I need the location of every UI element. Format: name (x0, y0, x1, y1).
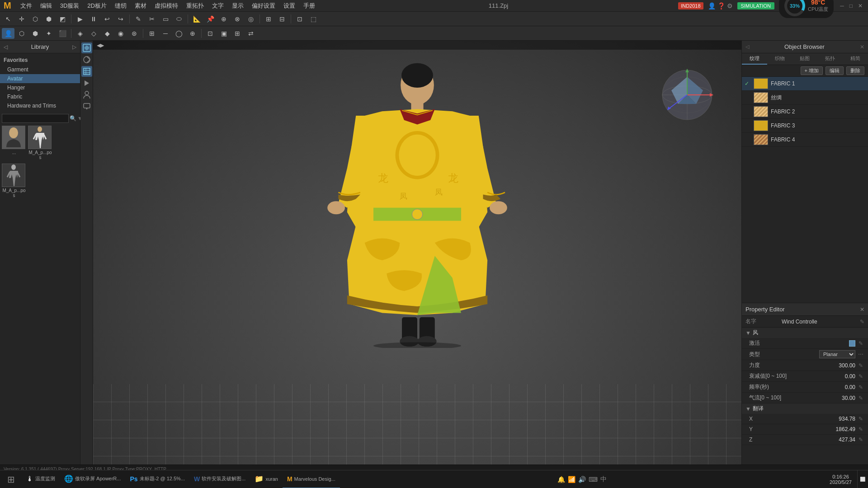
tool-select[interactable]: ↖ (2, 14, 14, 24)
taskbar-folder[interactable]: 📁 xuran (250, 470, 283, 488)
menu-sewing[interactable]: 缝纫 (111, 1, 130, 11)
lib-item-hanger[interactable]: Hanger (0, 83, 80, 92)
taskbar-marvelous[interactable]: M Marvelous Desig... (283, 470, 340, 488)
tool2-6[interactable]: ◉ (114, 28, 127, 39)
win-maximize[interactable]: □ (848, 3, 854, 9)
tool-sim-play[interactable]: ▶ (74, 14, 86, 24)
menu-retopo[interactable]: 重拓扑 (183, 1, 208, 11)
prop-edit-name-icon[interactable]: ✎ (860, 319, 864, 325)
prop-decay-edit[interactable]: ✎ (857, 373, 864, 380)
taskbar-word[interactable]: W 软件安装及破解图... (189, 470, 250, 488)
simulation-badge[interactable]: SIMULATION (737, 2, 774, 9)
tool2-expand[interactable]: ⊡ (204, 28, 217, 39)
obj-browser-close[interactable]: ✕ (860, 44, 864, 50)
tool-weld[interactable]: ⊗ (231, 14, 244, 24)
thumb-figure1[interactable]: M_A_p...pos (28, 126, 52, 160)
start-button[interactable]: ⊞ (0, 470, 22, 488)
prop-y-edit[interactable]: ✎ (857, 426, 864, 433)
tool-ellipse[interactable]: ⬭ (173, 14, 185, 24)
delete-fabric-button[interactable]: 删除 (846, 66, 864, 75)
tool2-line[interactable]: ─ (159, 28, 172, 39)
fabric-item-silk[interactable]: 丝绸 (742, 91, 868, 105)
lib-item-hardware[interactable]: Hardware and Trims (0, 101, 80, 110)
tool-move[interactable]: ✛ (15, 14, 28, 24)
viewport[interactable]: ◀▶ (93, 41, 741, 474)
tool-measure[interactable]: 📐 (190, 14, 203, 24)
tool2-5[interactable]: ⬛ (56, 28, 69, 39)
prop-type-select[interactable]: Planar (819, 350, 855, 358)
tool-sew[interactable]: ⊕ (217, 14, 230, 24)
task-clock[interactable]: 0:16:26 2020/5/27 (824, 474, 857, 485)
side-annotation[interactable] (81, 101, 92, 112)
edit-fabric-button[interactable]: 编辑 (826, 66, 844, 75)
side-texture[interactable] (81, 66, 92, 77)
tab-topo[interactable]: 拓扑 (817, 53, 843, 65)
search-input[interactable] (2, 114, 69, 123)
tool-cam-persp[interactable]: ⬚ (307, 14, 320, 24)
menu-3d[interactable]: 3D服装 (57, 1, 83, 11)
fabric-item-1[interactable]: ✓ FABRIC 1 (742, 77, 868, 91)
menu-display[interactable]: 显示 (228, 1, 247, 11)
prop-x-edit[interactable]: ✎ (857, 415, 864, 422)
icon-help[interactable]: ❓ (717, 2, 725, 9)
menu-material[interactable]: 素材 (131, 1, 150, 11)
thumb-figure2[interactable]: M_A_p...pos (2, 164, 26, 198)
tool-scissors[interactable]: ✂ (146, 14, 158, 24)
menu-manual[interactable]: 手册 (300, 1, 319, 11)
tool2-1[interactable]: 👤 (2, 28, 14, 39)
prop-freq-edit[interactable]: ✎ (857, 384, 864, 391)
lib-item-avatar[interactable]: Avatar (0, 74, 80, 83)
menu-edit[interactable]: 编辑 (37, 1, 56, 11)
tool-4[interactable]: ◩ (56, 14, 69, 24)
wind-section-header[interactable]: ▼ 风 (742, 328, 868, 338)
side-simulation[interactable] (81, 78, 92, 89)
menu-text[interactable]: 文字 (208, 1, 227, 11)
prop-airflow-edit[interactable]: ✎ (857, 394, 864, 402)
tool2-7[interactable]: ⊛ (128, 28, 141, 39)
menu-file[interactable]: 文件 (17, 1, 36, 11)
tool2-8[interactable]: ⊞ (146, 28, 158, 39)
menu-avatar[interactable]: 虚拟模特 (151, 1, 182, 11)
lib-item-fabric[interactable]: Fabric (0, 92, 80, 101)
tool-scale[interactable]: ⬢ (42, 14, 55, 24)
prop-z-edit[interactable]: ✎ (857, 436, 864, 443)
translate-section-header[interactable]: ▼ 翻译 (742, 404, 868, 414)
tool2-arrow[interactable]: ⇄ (245, 28, 257, 39)
icon-settings[interactable]: ⚙ (727, 2, 733, 9)
tool-rotate[interactable]: ⬡ (29, 14, 42, 24)
prop-active-checkbox[interactable] (849, 340, 855, 347)
menu-settings[interactable]: 设置 (280, 1, 299, 11)
side-material[interactable] (81, 54, 92, 65)
taskbar-photoshop[interactable]: Ps 未标题-2 @ 12.5%... (125, 470, 189, 488)
thumb-portrait[interactable]: ... (2, 126, 26, 160)
lib-forward-arrow[interactable]: ▷ (72, 44, 76, 50)
fabric-item-3[interactable]: FABRIC 3 (742, 119, 868, 133)
tool-redo[interactable]: ↪ (114, 14, 127, 24)
side-3d-view[interactable] (81, 42, 92, 53)
tool-5[interactable]: ◎ (245, 14, 257, 24)
win-close[interactable]: ✕ (856, 3, 864, 9)
show-desktop-button[interactable]: ⬜ (857, 470, 868, 488)
menu-2d[interactable]: 2D板片 (84, 1, 110, 11)
tool-cam-reset[interactable]: ⊡ (293, 14, 306, 24)
fabric-item-4[interactable]: FABRIC 4 (742, 133, 868, 147)
tab-map[interactable]: 贴图 (793, 53, 818, 65)
tool2-contract[interactable]: ▣ (217, 28, 230, 39)
win-minimize[interactable]: ─ (838, 3, 846, 9)
tool-sim-stop[interactable]: ⏸ (87, 14, 100, 24)
tool2-3[interactable]: ⬢ (29, 28, 42, 39)
tool-undo[interactable]: ↩ (101, 14, 113, 24)
lib-back-arrow[interactable]: ◁ (4, 44, 8, 50)
prop-active-edit[interactable]: ✎ (857, 340, 864, 347)
obj-collapse-left[interactable]: ◁ (745, 44, 749, 50)
tool2-11[interactable]: ⊞ (231, 28, 244, 39)
tool2-4[interactable]: ✦ (42, 28, 55, 39)
lib-item-garment[interactable]: Garment (0, 65, 80, 74)
tool-rect[interactable]: ▭ (159, 14, 172, 24)
tab-fabric[interactable]: 织物 (767, 53, 793, 65)
prop-strength-edit[interactable]: ✎ (857, 362, 864, 369)
tool2-2[interactable]: ⬡ (15, 28, 28, 39)
icon-user[interactable]: 👤 (708, 2, 716, 9)
fabric-item-2[interactable]: FABRIC 2 (742, 105, 868, 119)
tab-texture[interactable]: 纹理 (742, 53, 767, 65)
